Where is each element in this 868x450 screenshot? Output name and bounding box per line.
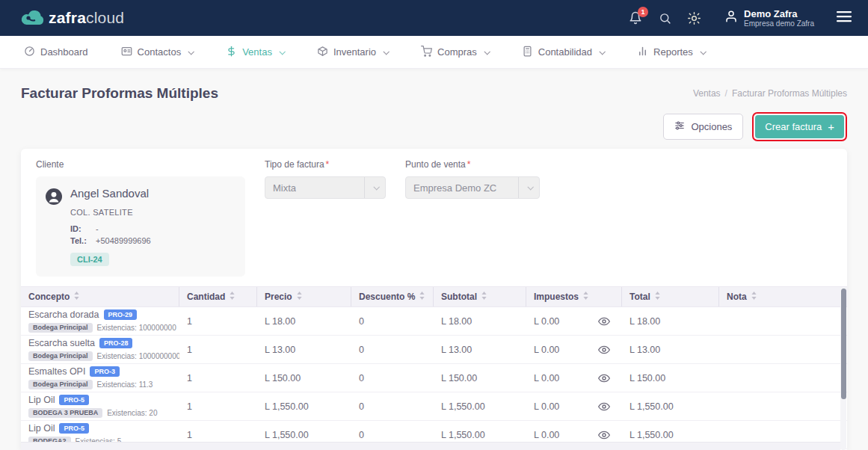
nav-label: Inventario (333, 46, 376, 58)
tax-cell: L 0.00 (526, 344, 622, 356)
nav-item-contabilidad[interactable]: Contabilidad (522, 46, 604, 59)
topbar: zafracloud 1 Demo Zafra Empresa demo Zaf… (0, 0, 868, 36)
accounting-icon (522, 46, 533, 59)
menu-toggle-icon[interactable] (837, 10, 852, 25)
theme-toggle-sun-icon[interactable] (688, 12, 701, 25)
client-id-row: ID: - (70, 223, 235, 235)
chevron-down-icon (364, 177, 385, 198)
header-total[interactable]: Total (622, 287, 719, 306)
view-taxes-eye-icon[interactable] (598, 401, 610, 413)
price-cell[interactable]: L 150.00 (257, 373, 351, 383)
discount-cell[interactable]: 0 (351, 316, 434, 327)
table-row[interactable]: Escarcha dorada PRO-29 Bodega Principal … (21, 307, 847, 336)
header-concepto[interactable]: Concepto (21, 287, 179, 306)
client-info-box[interactable]: Angel Sandoval COL. SATELITE ID: - Tel.:… (36, 176, 245, 277)
user-icon (724, 10, 738, 26)
options-button-label: Opciones (691, 121, 732, 132)
header-nota[interactable]: Nota (719, 287, 847, 306)
nav-label: Contabilidad (538, 46, 592, 58)
product-name: Lip Oil (28, 424, 55, 434)
price-cell[interactable]: L 1,550.00 (257, 430, 351, 440)
table-row[interactable]: Escarcha suelta PRO-28 Bodega Principal … (21, 336, 847, 364)
product-sku-badge: PRO-5 (59, 423, 89, 434)
price-cell[interactable]: L 1,550.00 (257, 401, 351, 412)
vertical-scrollbar-track[interactable] (840, 287, 846, 450)
quantity-cell[interactable]: 1 (179, 345, 257, 355)
quantity-cell[interactable]: 1 (179, 401, 257, 412)
nav-label: Reportes (653, 46, 693, 58)
user-menu[interactable]: Demo Zafra Empresa demo Zafra (724, 8, 814, 28)
nav-item-dashboard[interactable]: Dashboard (24, 46, 88, 59)
warehouse-badge: BODEGA 3 PRUEBA (28, 408, 102, 418)
main-nav: Dashboard Contactos Ventas Inventario Co… (0, 36, 868, 69)
user-name: Demo Zafra (744, 8, 798, 19)
vertical-scrollbar-thumb[interactable] (841, 289, 846, 399)
options-button[interactable]: Opciones (663, 114, 743, 140)
header-precio[interactable]: Precio (257, 287, 351, 306)
client-tel-row: Tel.: +50489999696 (70, 235, 235, 247)
quantity-cell[interactable]: 1 (179, 430, 257, 440)
page-head: Facturar Proformas Múltiples Ventas / Fa… (0, 69, 868, 102)
product-sku-badge: PRO-28 (99, 338, 133, 348)
logo[interactable]: zafracloud (19, 8, 124, 28)
pos-value: Empresa Demo ZC (406, 182, 496, 194)
notifications-bell-icon[interactable]: 1 (629, 11, 642, 25)
discount-cell[interactable]: 0 (351, 401, 434, 412)
warehouse-badge: Bodega Principal (28, 380, 93, 389)
pos-column: Punto de venta* Empresa Demo ZC (405, 159, 540, 277)
chevron-down-icon (518, 177, 539, 198)
logo-text: zafracloud (49, 9, 124, 27)
discount-cell[interactable]: 0 (351, 345, 434, 355)
discount-cell[interactable]: 0 (351, 373, 434, 383)
nav-item-inventario[interactable]: Inventario (317, 46, 388, 59)
nav-item-compras[interactable]: Compras (421, 46, 489, 59)
nav-label: Ventas (242, 46, 272, 58)
tax-value: L 0.00 (534, 373, 559, 383)
nav-label: Dashboard (40, 46, 88, 58)
highlight-annotation-box: Crear factura + (752, 112, 847, 141)
search-icon[interactable] (659, 12, 671, 25)
header-cantidad[interactable]: Cantidad (179, 287, 257, 306)
table-row[interactable]: Lip Oil PRO-5 BODEGA 3 PRUEBA Existencia… (21, 392, 847, 421)
sort-icon (751, 292, 757, 302)
pos-select[interactable]: Empresa Demo ZC (405, 176, 540, 199)
header-subtotal[interactable]: Subtotal (434, 287, 526, 306)
view-taxes-eye-icon[interactable] (598, 429, 610, 441)
invoice-type-select[interactable]: Mixta (265, 176, 386, 199)
tax-cell: L 0.00 (526, 429, 622, 441)
invoice-type-column: Tipo de factura* Mixta (265, 159, 386, 277)
horizontal-scrollbar-track[interactable] (21, 442, 840, 450)
nav-item-reportes[interactable]: Reportes (637, 46, 705, 59)
quantity-cell[interactable]: 1 (179, 373, 257, 383)
cloud-logo-icon (19, 8, 45, 28)
header-descuento[interactable]: Descuento % (351, 287, 434, 306)
table-header-row: Concepto Cantidad Precio Descuento % Sub… (21, 286, 847, 307)
header-impuestos[interactable]: Impuestos (526, 287, 622, 306)
breadcrumb-ventas-link[interactable]: Ventas (693, 88, 721, 99)
create-invoice-button[interactable]: Crear factura + (755, 115, 844, 138)
sort-icon (655, 292, 660, 302)
user-company: Empresa demo Zafra (744, 19, 814, 28)
subtotal-cell: L 13.00 (434, 345, 526, 355)
price-cell[interactable]: L 18.00 (257, 316, 351, 327)
nav-item-ventas[interactable]: Ventas (226, 46, 284, 59)
view-taxes-eye-icon[interactable] (598, 372, 610, 384)
inventory-icon (317, 46, 328, 59)
stock-label: Existencias: 11.3 (97, 381, 153, 389)
total-cell: L 18.00 (622, 316, 719, 327)
table-row[interactable]: Esmaltes OPI PRO-3 Bodega Principal Exis… (21, 364, 847, 392)
user-meta: Demo Zafra Empresa demo Zafra (744, 8, 814, 28)
chevron-down-icon (484, 49, 490, 55)
total-cell: L 1,550.00 (622, 401, 719, 412)
invoice-form: Cliente Angel Sandoval COL. SATELITE ID:… (21, 149, 847, 277)
price-cell[interactable]: L 13.00 (257, 345, 351, 355)
quantity-cell[interactable]: 1 (179, 316, 257, 327)
client-address: COL. SATELITE (70, 208, 235, 217)
nav-item-contactos[interactable]: Contactos (121, 46, 194, 59)
view-taxes-eye-icon[interactable] (598, 315, 610, 327)
discount-cell[interactable]: 0 (351, 430, 434, 440)
product-name: Lip Oil (28, 395, 55, 405)
client-code-badge: CLI-24 (70, 253, 109, 266)
view-taxes-eye-icon[interactable] (598, 344, 610, 356)
chevron-down-icon (700, 49, 706, 55)
